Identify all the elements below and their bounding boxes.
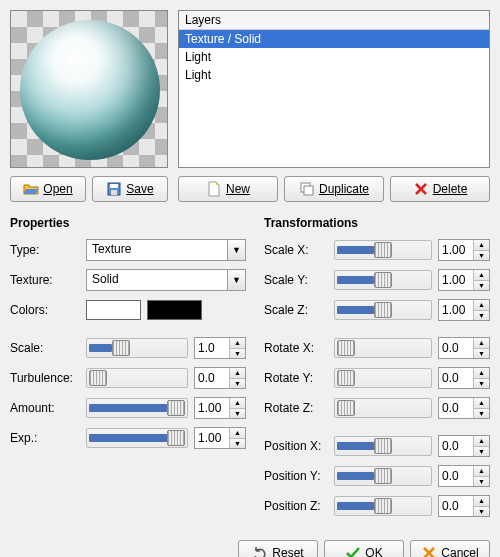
rotate-z-slider[interactable] bbox=[334, 398, 432, 418]
turbulence-spinner[interactable]: ▲▼ bbox=[194, 367, 246, 389]
scale-label: Scale: bbox=[10, 341, 80, 355]
spin-up[interactable]: ▲ bbox=[230, 338, 245, 349]
amount-spinner[interactable]: ▲▼ bbox=[194, 397, 246, 419]
spin-down[interactable]: ▼ bbox=[230, 409, 245, 419]
spin-up[interactable]: ▲ bbox=[474, 240, 489, 251]
position-z-spinner[interactable]: ▲▼ bbox=[438, 495, 490, 517]
spin-down[interactable]: ▼ bbox=[474, 349, 489, 359]
cancel-button[interactable]: Cancel bbox=[410, 540, 490, 557]
rotate-z-label: Rotate Z: bbox=[264, 401, 328, 415]
delete-icon bbox=[413, 181, 429, 197]
save-label: Save bbox=[126, 182, 153, 196]
position-x-spinner[interactable]: ▲▼ bbox=[438, 435, 490, 457]
preview bbox=[10, 10, 168, 168]
position-z-label: Position Z: bbox=[264, 499, 328, 513]
rotate-y-spinner[interactable]: ▲▼ bbox=[438, 367, 490, 389]
svg-rect-1 bbox=[110, 184, 118, 188]
turbulence-slider[interactable] bbox=[86, 368, 188, 388]
chevron-down-icon[interactable]: ▼ bbox=[227, 240, 245, 260]
position-y-label: Position Y: bbox=[264, 469, 328, 483]
amount-slider[interactable] bbox=[86, 398, 188, 418]
exp-spinner[interactable]: ▲▼ bbox=[194, 427, 246, 449]
delete-label: Delete bbox=[433, 182, 468, 196]
scale-z-label: Scale Z: bbox=[264, 303, 328, 317]
check-icon bbox=[345, 545, 361, 557]
spin-down[interactable]: ▼ bbox=[230, 349, 245, 359]
spin-up[interactable]: ▲ bbox=[230, 398, 245, 409]
open-icon bbox=[23, 181, 39, 197]
spin-down[interactable]: ▼ bbox=[474, 409, 489, 419]
type-label: Type: bbox=[10, 243, 80, 257]
new-icon bbox=[206, 181, 222, 197]
spin-up[interactable]: ▲ bbox=[474, 338, 489, 349]
rotate-y-label: Rotate Y: bbox=[264, 371, 328, 385]
spin-down[interactable]: ▼ bbox=[230, 439, 245, 449]
scale-x-label: Scale X: bbox=[264, 243, 328, 257]
spin-down[interactable]: ▼ bbox=[474, 251, 489, 261]
position-x-slider[interactable] bbox=[334, 436, 432, 456]
save-icon bbox=[106, 181, 122, 197]
svg-rect-4 bbox=[304, 186, 313, 195]
color-swatch-2[interactable] bbox=[147, 300, 202, 320]
duplicate-label: Duplicate bbox=[319, 182, 369, 196]
amount-label: Amount: bbox=[10, 401, 80, 415]
open-button[interactable]: Open bbox=[10, 176, 86, 202]
type-combo[interactable]: Texture ▼ bbox=[86, 239, 246, 261]
scale-y-label: Scale Y: bbox=[264, 273, 328, 287]
ok-button[interactable]: OK bbox=[324, 540, 404, 557]
spin-up[interactable]: ▲ bbox=[474, 398, 489, 409]
scale-y-slider[interactable] bbox=[334, 270, 432, 290]
spin-up[interactable]: ▲ bbox=[474, 496, 489, 507]
new-button[interactable]: New bbox=[178, 176, 278, 202]
spin-up[interactable]: ▲ bbox=[230, 368, 245, 379]
position-x-label: Position X: bbox=[264, 439, 328, 453]
transformations-heading: Transformations bbox=[264, 216, 490, 230]
spin-down[interactable]: ▼ bbox=[474, 379, 489, 389]
layer-item[interactable]: Texture / Solid bbox=[179, 30, 489, 48]
duplicate-button[interactable]: Duplicate bbox=[284, 176, 384, 202]
spin-down[interactable]: ▼ bbox=[474, 311, 489, 321]
position-z-slider[interactable] bbox=[334, 496, 432, 516]
spin-down[interactable]: ▼ bbox=[474, 477, 489, 487]
spin-up[interactable]: ▲ bbox=[474, 300, 489, 311]
position-y-spinner[interactable]: ▲▼ bbox=[438, 465, 490, 487]
spin-up[interactable]: ▲ bbox=[474, 270, 489, 281]
rotate-x-spinner[interactable]: ▲▼ bbox=[438, 337, 490, 359]
colors-label: Colors: bbox=[10, 303, 80, 317]
spin-down[interactable]: ▼ bbox=[474, 281, 489, 291]
scale-spinner[interactable]: ▲▼ bbox=[194, 337, 246, 359]
scale-slider[interactable] bbox=[86, 338, 188, 358]
layers-list[interactable]: Layers Texture / SolidLightLight bbox=[178, 10, 490, 168]
rotate-x-label: Rotate X: bbox=[264, 341, 328, 355]
spin-up[interactable]: ▲ bbox=[474, 368, 489, 379]
layer-item[interactable]: Light bbox=[179, 48, 489, 66]
scale-z-slider[interactable] bbox=[334, 300, 432, 320]
texture-combo[interactable]: Solid ▼ bbox=[86, 269, 246, 291]
exp-slider[interactable] bbox=[86, 428, 188, 448]
reset-button[interactable]: Reset bbox=[238, 540, 318, 557]
rotate-x-slider[interactable] bbox=[334, 338, 432, 358]
spin-down[interactable]: ▼ bbox=[474, 447, 489, 457]
rotate-y-slider[interactable] bbox=[334, 368, 432, 388]
scale-y-spinner[interactable]: ▲▼ bbox=[438, 269, 490, 291]
save-button[interactable]: Save bbox=[92, 176, 168, 202]
reset-icon bbox=[252, 545, 268, 557]
layer-item[interactable]: Light bbox=[179, 66, 489, 84]
position-y-slider[interactable] bbox=[334, 466, 432, 486]
spin-up[interactable]: ▲ bbox=[230, 428, 245, 439]
rotate-z-spinner[interactable]: ▲▼ bbox=[438, 397, 490, 419]
spin-up[interactable]: ▲ bbox=[474, 436, 489, 447]
chevron-down-icon[interactable]: ▼ bbox=[227, 270, 245, 290]
duplicate-icon bbox=[299, 181, 315, 197]
spin-down[interactable]: ▼ bbox=[474, 507, 489, 517]
delete-button[interactable]: Delete bbox=[390, 176, 490, 202]
scale-x-spinner[interactable]: ▲▼ bbox=[438, 239, 490, 261]
scale-x-slider[interactable] bbox=[334, 240, 432, 260]
texture-label: Texture: bbox=[10, 273, 80, 287]
spin-up[interactable]: ▲ bbox=[474, 466, 489, 477]
spin-down[interactable]: ▼ bbox=[230, 379, 245, 389]
turbulence-label: Turbulence: bbox=[10, 371, 80, 385]
cancel-icon bbox=[421, 545, 437, 557]
color-swatch-1[interactable] bbox=[86, 300, 141, 320]
scale-z-spinner[interactable]: ▲▼ bbox=[438, 299, 490, 321]
